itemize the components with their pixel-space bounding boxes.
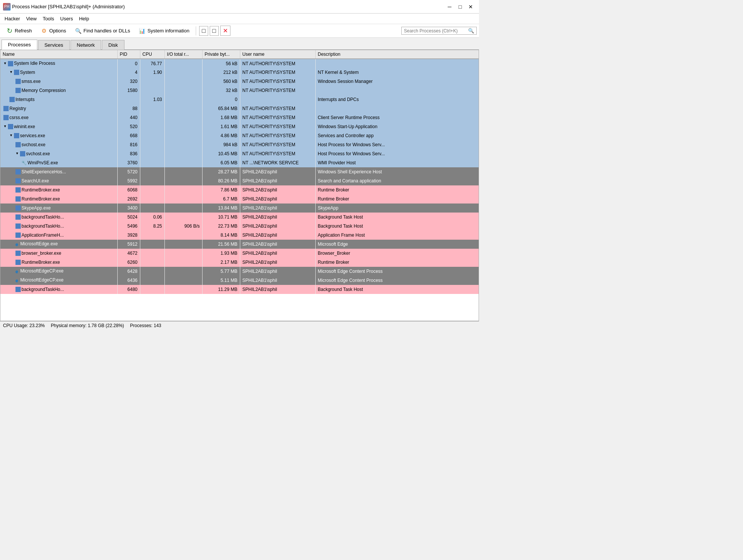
table-row[interactable]: SearchUI.exe599280.26 MBSPHIL2AB1\sphilS… (0, 176, 479, 185)
search-input[interactable] (404, 28, 468, 34)
cell-pid: 4672 (117, 249, 140, 258)
cell-username: SPHIL2AB1\sphil (240, 194, 315, 203)
cell-cpu (140, 249, 164, 258)
cell-name: browser_broker.exe (0, 249, 117, 258)
cell-io (164, 86, 202, 95)
menu-item-hacker[interactable]: Hacker (2, 15, 23, 22)
minimize-button[interactable]: ─ (444, 2, 455, 12)
process-table-container[interactable]: NamePIDCPUI/O total r...Private byt...Us… (0, 50, 479, 321)
cell-private-bytes: 11.29 MB (202, 285, 240, 294)
table-row[interactable]: ApplicationFrameH...39288.14 MBSPHIL2AB1… (0, 231, 479, 240)
cell-private-bytes: 5.11 MB (202, 276, 240, 285)
table-row[interactable]: RuntimeBroker.exe26926.7 MBSPHIL2AB1\sph… (0, 194, 479, 203)
cell-description: Application Frame Host (315, 231, 479, 240)
system-info-button[interactable]: 📊 System information (135, 26, 193, 36)
cell-description: WMI Provider Host (315, 158, 479, 167)
cell-username: NT AUTHORITY\SYSTEM (240, 86, 315, 95)
tab-network[interactable]: Network (71, 40, 101, 50)
cell-io (164, 122, 202, 131)
cell-cpu: 8.25 (140, 222, 164, 231)
refresh-button[interactable]: ↻ Refresh (2, 26, 35, 36)
table-row[interactable]: backgroundTaskHo...50240.0610.71 MBSPHIL… (0, 213, 479, 222)
cell-name: e MicrosoftEdgeCP.exe (0, 267, 117, 276)
table-row[interactable]: RuntimeBroker.exe60687.86 MBSPHIL2AB1\sp… (0, 185, 479, 194)
cell-cpu (140, 122, 164, 131)
expand-arrow[interactable]: ▼ (3, 124, 8, 129)
table-row[interactable]: e MicrosoftEdgeCP.exe64285.77 MBSPHIL2AB… (0, 267, 479, 276)
cell-io (164, 276, 202, 285)
process-icon (8, 124, 14, 129)
cell-io (164, 167, 202, 176)
col-header-cpu[interactable]: CPU (140, 50, 164, 59)
cpu-usage-status: CPU Usage: 23.23% (3, 323, 45, 328)
table-row[interactable]: browser_broker.exe46721.93 MBSPHIL2AB1\s… (0, 249, 479, 258)
window-btn-1[interactable]: □ (199, 26, 208, 36)
table-row[interactable]: svchost.exe816984 kBNT AUTHORITY\SYSTEMH… (0, 140, 479, 149)
table-row[interactable]: e MicrosoftEdge.exe591221.56 MBSPHIL2AB1… (0, 240, 479, 249)
col-header-pid[interactable]: PID (117, 50, 140, 59)
process-icon (15, 142, 21, 147)
cell-description: Browser_Broker (315, 249, 479, 258)
processes-status: Processes: 143 (130, 323, 161, 328)
tab-services[interactable]: Services (38, 40, 70, 50)
window-close-btn[interactable]: ✕ (220, 26, 230, 36)
cell-username (240, 95, 315, 104)
table-row[interactable]: e MicrosoftEdgeCP.exe64365.11 MBSPHIL2AB… (0, 276, 479, 285)
expand-arrow[interactable]: ▼ (15, 151, 20, 156)
table-row[interactable]: Interrupts1.030Interrupts and DPCs (0, 95, 479, 104)
table-row[interactable]: ▼ services.exe6684.86 MBNT AUTHORITY\SYS… (0, 131, 479, 140)
menu-item-view[interactable]: View (23, 15, 40, 22)
close-button[interactable]: ✕ (465, 2, 476, 12)
search-box[interactable]: 🔍 (401, 27, 477, 35)
menu-item-help[interactable]: Help (76, 15, 92, 22)
cell-cpu: 1.03 (140, 95, 164, 104)
table-row[interactable]: ▼ System41.90212 kBNT AUTHORITY\SYSTEMNT… (0, 68, 479, 77)
expand-arrow[interactable]: ▼ (9, 133, 14, 138)
table-row[interactable]: SkypeApp.exe340013.84 MBSPHIL2AB1\sphilS… (0, 203, 479, 213)
table-row[interactable]: smss.exe320560 kBNT AUTHORITY\SYSTEMWind… (0, 77, 479, 86)
maximize-button[interactable]: □ (455, 2, 465, 12)
window-btn-2[interactable]: □ (210, 26, 219, 36)
cell-io (164, 149, 202, 158)
cell-io (164, 194, 202, 203)
col-header-description[interactable]: Description (315, 50, 479, 59)
table-row[interactable]: ▼ wininit.exe5201.61 MBNT AUTHORITY\SYST… (0, 122, 479, 131)
expand-arrow[interactable]: ▼ (3, 61, 8, 66)
table-row[interactable]: ▼ System Idle Process076.7756 kBNT AUTHO… (0, 59, 479, 68)
table-row[interactable]: ShellExperienceHos...572028.27 MBSPHIL2A… (0, 167, 479, 176)
table-row[interactable]: Memory Compression158032 kBNT AUTHORITY\… (0, 86, 479, 95)
cell-pid: 668 (117, 131, 140, 140)
cell-description: Client Server Runtime Process (315, 113, 479, 122)
options-icon: ⚙ (40, 27, 48, 35)
col-header-name[interactable]: Name (0, 50, 117, 59)
process-table: NamePIDCPUI/O total r...Private byt...Us… (0, 50, 479, 294)
blue-square-icon (3, 115, 9, 120)
process-icon (15, 233, 21, 238)
tab-processes[interactable]: Processes (2, 40, 37, 50)
table-row[interactable]: ▼ svchost.exe83610.45 MBNT AUTHORITY\SYS… (0, 149, 479, 158)
find-handles-button[interactable]: 🔍 Find handles or DLLs (71, 26, 134, 36)
col-header-private-byt---[interactable]: Private byt... (202, 50, 240, 59)
table-row[interactable]: csrss.exe4401.68 MBNT AUTHORITY\SYSTEMCl… (0, 113, 479, 122)
cell-description: Runtime Broker (315, 194, 479, 203)
cell-name: Memory Compression (0, 86, 117, 95)
cell-name: backgroundTaskHo... (0, 222, 117, 231)
edge-icon: e (15, 278, 20, 283)
table-row[interactable]: backgroundTaskHo...54968.25906 B/s22.73 … (0, 222, 479, 231)
process-name: MicrosoftEdgeCP.exe (20, 277, 64, 283)
menu-item-tools[interactable]: Tools (40, 15, 57, 22)
table-row[interactable]: Registry8865.84 MBNT AUTHORITY\SYSTEM (0, 104, 479, 113)
menu-item-users[interactable]: Users (57, 15, 76, 22)
col-header-user-name[interactable]: User name (240, 50, 315, 59)
cell-pid: 3760 (117, 158, 140, 167)
cell-io (164, 113, 202, 122)
table-row[interactable]: 🔧WmiPrvSE.exe37606.05 MBNT ...\NETWORK S… (0, 158, 479, 167)
cell-cpu (140, 285, 164, 294)
table-row[interactable]: RuntimeBroker.exe62602.17 MBSPHIL2AB1\sp… (0, 258, 479, 267)
expand-arrow[interactable]: ▼ (9, 70, 14, 75)
cell-io (164, 185, 202, 194)
col-header-i-o-total-r---[interactable]: I/O total r... (164, 50, 202, 59)
table-row[interactable]: backgroundTaskHo...648011.29 MBSPHIL2AB1… (0, 285, 479, 294)
tab-disk[interactable]: Disk (102, 40, 124, 50)
options-button[interactable]: ⚙ Options (37, 26, 70, 36)
